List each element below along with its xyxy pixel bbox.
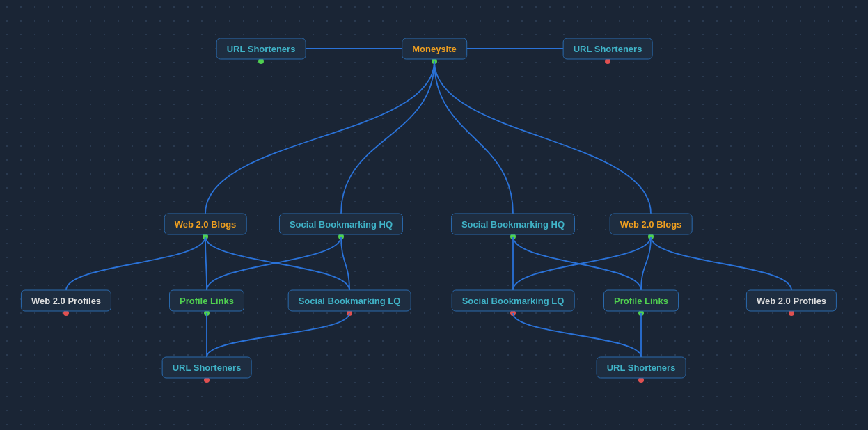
moneysite-label: Moneysite	[412, 44, 457, 54]
web20-profiles-right-node[interactable]: Web 2.0 Profiles	[746, 290, 837, 312]
social-hq-left-label: Social Bookmarking HQ	[290, 219, 393, 230]
web20-blogs-right-label: Web 2.0 Blogs	[620, 219, 682, 230]
social-lq-left-node[interactable]: Social Bookmarking LQ	[288, 290, 411, 312]
url-shorteners-bottom-left-node[interactable]: URL Shorteners	[162, 357, 252, 379]
url-shorteners-right-label: URL Shorteners	[574, 44, 642, 54]
url-shorteners-bottom-right-node[interactable]: URL Shorteners	[597, 357, 686, 379]
profile-links-right-node[interactable]: Profile Links	[603, 290, 679, 312]
social-lq-right-node[interactable]: Social Bookmarking LQ	[452, 290, 575, 312]
social-hq-right-node[interactable]: Social Bookmarking HQ	[451, 214, 575, 235]
web20-blogs-left-label: Web 2.0 Blogs	[175, 219, 237, 230]
moneysite-node[interactable]: Moneysite	[402, 38, 467, 60]
social-hq-left-node[interactable]: Social Bookmarking HQ	[279, 214, 403, 235]
social-lq-left-label: Social Bookmarking LQ	[299, 296, 401, 306]
web20-profiles-left-label: Web 2.0 Profiles	[31, 296, 101, 306]
social-lq-right-label: Social Bookmarking LQ	[462, 296, 565, 306]
profile-links-right-label: Profile Links	[614, 296, 668, 306]
url-shorteners-right-node[interactable]: URL Shorteners	[563, 38, 653, 60]
web20-blogs-right-node[interactable]: Web 2.0 Blogs	[610, 214, 693, 235]
profile-links-left-label: Profile Links	[180, 296, 234, 306]
url-shorteners-left-node[interactable]: URL Shorteners	[216, 38, 306, 60]
url-shorteners-left-label: URL Shorteners	[227, 44, 296, 54]
web20-blogs-left-node[interactable]: Web 2.0 Blogs	[164, 214, 247, 235]
web20-profiles-left-node[interactable]: Web 2.0 Profiles	[21, 290, 111, 312]
url-shorteners-bottom-left-label: URL Shorteners	[173, 363, 242, 373]
social-hq-right-label: Social Bookmarking HQ	[461, 219, 565, 230]
web20-profiles-right-label: Web 2.0 Profiles	[757, 296, 826, 306]
profile-links-left-node[interactable]: Profile Links	[169, 290, 244, 312]
url-shorteners-bottom-right-label: URL Shorteners	[607, 363, 676, 373]
